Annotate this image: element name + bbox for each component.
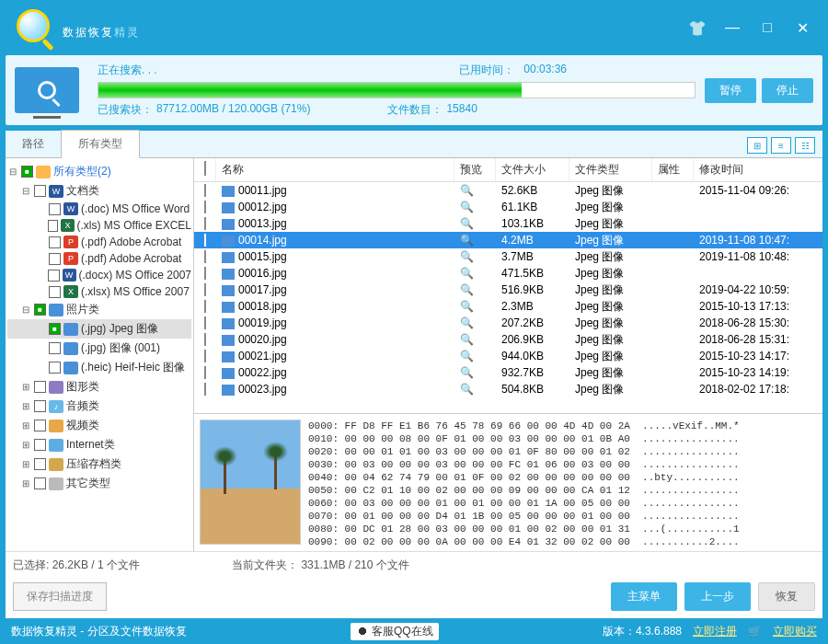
- tab-all-types[interactable]: 所有类型: [61, 130, 140, 158]
- file-row[interactable]: 00019.jpg 🔍 207.2KB Jpeg 图像 2018-06-28 1…: [194, 315, 822, 331]
- tree-root[interactable]: ⊟所有类型(2): [7, 162, 191, 181]
- file-row[interactable]: 00013.jpg 🔍 103.1KB Jpeg 图像: [194, 215, 822, 232]
- file-checkbox[interactable]: [204, 383, 206, 396]
- tree-video[interactable]: ⊞视频类: [7, 416, 191, 435]
- file-checkbox[interactable]: [204, 333, 206, 346]
- col-preview[interactable]: 预览: [454, 158, 496, 181]
- file-checkbox[interactable]: [204, 300, 206, 313]
- file-row[interactable]: 00012.jpg 🔍 61.1KB Jpeg 图像: [194, 199, 822, 215]
- preview-icon[interactable]: 🔍: [460, 350, 474, 362]
- col-name[interactable]: 名称: [216, 158, 454, 181]
- col-attr[interactable]: 属性: [652, 158, 694, 181]
- file-row[interactable]: 00021.jpg 🔍 944.0KB Jpeg 图像 2015-10-23 1…: [194, 348, 822, 364]
- preview-icon[interactable]: 🔍: [460, 234, 474, 247]
- file-checkbox[interactable]: [204, 350, 206, 362]
- file-row[interactable]: 00022.jpg 🔍 932.7KB Jpeg 图像 2015-10-23 1…: [194, 364, 822, 381]
- file-row[interactable]: 00020.jpg 🔍 206.9KB Jpeg 图像 2018-06-28 1…: [194, 331, 822, 348]
- preview-icon[interactable]: 🔍: [460, 366, 474, 379]
- file-checkbox[interactable]: [204, 366, 206, 379]
- file-row[interactable]: 00014.jpg 🔍 4.2MB Jpeg 图像 2019-11-08 10:…: [194, 232, 822, 248]
- file-checkbox[interactable]: [204, 234, 206, 247]
- file-row[interactable]: 00016.jpg 🔍 471.5KB Jpeg 图像: [194, 265, 822, 282]
- file-checkbox[interactable]: [204, 250, 206, 263]
- tree-internet[interactable]: ⊞Internet类: [7, 435, 191, 454]
- pause-button[interactable]: 暂停: [705, 78, 756, 103]
- file-list[interactable]: 00011.jpg 🔍 52.6KB Jpeg 图像 2015-11-04 09…: [194, 182, 822, 413]
- file-icon: [222, 219, 235, 230]
- register-link[interactable]: 立即注册: [693, 624, 737, 639]
- preview-icon[interactable]: 🔍: [460, 283, 474, 296]
- view-list-button[interactable]: ≡: [771, 137, 791, 154]
- file-count-label: 文件数目：: [387, 102, 443, 118]
- tab-path[interactable]: 路径: [6, 131, 61, 157]
- tree-jpg2[interactable]: (.jpg) 图像 (001): [7, 339, 191, 358]
- close-button[interactable]: ✕: [793, 19, 811, 37]
- file-checkbox[interactable]: [204, 217, 206, 230]
- file-checkbox[interactable]: [204, 201, 206, 213]
- tree-xls[interactable]: X(.xls) MS Office EXCEL: [7, 217, 191, 234]
- tree-photos[interactable]: ⊟照片类: [7, 300, 191, 319]
- preview-icon[interactable]: 🔍: [460, 250, 474, 263]
- searching-label: 正在搜索. . .: [98, 63, 157, 78]
- status-bar: 已选择: 26.2KB / 1 个文件 当前文件夹： 331.1MB / 210…: [6, 551, 822, 579]
- skin-icon[interactable]: 👕: [688, 19, 707, 37]
- qq-support-button[interactable]: 客服QQ在线: [351, 623, 439, 640]
- stop-button[interactable]: 停止: [762, 78, 813, 103]
- tree-shapes[interactable]: ⊞图形类: [7, 377, 191, 397]
- file-checkbox[interactable]: [204, 316, 206, 329]
- minimize-button[interactable]: —: [723, 19, 742, 37]
- preview-icon[interactable]: 🔍: [460, 267, 474, 280]
- type-tree[interactable]: ⊟所有类型(2) ⊟W文档类 W(.doc) MS Office Word X(…: [6, 158, 194, 551]
- tree-docs[interactable]: ⊟W文档类: [7, 181, 191, 201]
- footer: 数据恢复精灵 - 分区及文件数据恢复 客服QQ在线 版本：4.3.6.888 立…: [0, 618, 828, 644]
- recover-button[interactable]: 恢复: [758, 582, 815, 611]
- file-row[interactable]: 00023.jpg 🔍 504.8KB Jpeg 图像 2018-02-02 1…: [194, 381, 822, 397]
- tree-pdf[interactable]: P(.pdf) Adobe Acrobat: [7, 234, 191, 250]
- save-progress-button[interactable]: 保存扫描进度: [13, 582, 107, 611]
- tree-audio[interactable]: ⊞♪音频类: [7, 397, 191, 416]
- preview-icon[interactable]: 🔍: [460, 217, 474, 230]
- col-mtime[interactable]: 修改时间: [694, 158, 822, 181]
- maximize-button[interactable]: □: [758, 19, 776, 37]
- tree-docx[interactable]: W(.docx) MS Office 2007: [7, 267, 191, 283]
- tree-jpg[interactable]: (.jpg) Jpeg 图像: [7, 319, 191, 339]
- preview-icon[interactable]: 🔍: [460, 333, 474, 346]
- file-row[interactable]: 00017.jpg 🔍 516.9KB Jpeg 图像 2019-04-22 1…: [194, 282, 822, 298]
- prev-button[interactable]: 上一步: [684, 582, 751, 611]
- footer-title: 数据恢复精灵 - 分区及文件数据恢复: [11, 624, 187, 639]
- file-icon: [222, 302, 235, 313]
- select-all-checkbox[interactable]: [204, 161, 206, 176]
- preview-icon[interactable]: 🔍: [460, 316, 474, 329]
- tree-heic[interactable]: (.heic) Heif-Heic 图像: [7, 358, 191, 377]
- file-list-header: 名称 预览 文件大小 文件类型 属性 修改时间: [194, 158, 822, 182]
- preview-icon[interactable]: 🔍: [460, 300, 474, 313]
- tree-archive[interactable]: ⊞压缩存档类: [7, 454, 191, 474]
- elapsed-value: 00:03:36: [523, 63, 567, 78]
- view-details-button[interactable]: ☷: [795, 137, 815, 154]
- preview-icon[interactable]: 🔍: [460, 383, 474, 396]
- file-icon: [222, 285, 235, 296]
- tree-xlsx[interactable]: X(.xlsx) MS Office 2007: [7, 283, 191, 300]
- file-row[interactable]: 00018.jpg 🔍 2.3MB Jpeg 图像 2015-10-13 17:…: [194, 298, 822, 315]
- file-checkbox[interactable]: [204, 283, 206, 296]
- tree-pdf2[interactable]: P(.pdf) Adobe Acrobat: [7, 250, 191, 267]
- tree-other[interactable]: ⊞其它类型: [7, 474, 191, 493]
- file-checkbox[interactable]: [204, 267, 206, 280]
- preview-icon[interactable]: 🔍: [460, 184, 474, 197]
- tree-doc[interactable]: W(.doc) MS Office Word: [7, 201, 191, 217]
- titlebar: 数据恢复精灵 👕 — □ ✕: [0, 0, 828, 55]
- cart-icon: 🛒: [748, 625, 762, 638]
- file-row[interactable]: 00015.jpg 🔍 3.7MB Jpeg 图像 2019-11-08 10:…: [194, 248, 822, 265]
- main-menu-button[interactable]: 主菜单: [611, 582, 677, 611]
- searched-label: 已搜索块：: [98, 102, 153, 118]
- preview-icon[interactable]: 🔍: [460, 201, 474, 213]
- view-icons-button[interactable]: ⊞: [747, 137, 767, 154]
- elapsed-label: 已用时间：: [459, 63, 514, 78]
- file-icon: [222, 351, 235, 362]
- buy-link[interactable]: 立即购买: [773, 624, 817, 639]
- file-icon: [222, 385, 235, 396]
- file-checkbox[interactable]: [204, 184, 206, 197]
- file-row[interactable]: 00011.jpg 🔍 52.6KB Jpeg 图像 2015-11-04 09…: [194, 182, 822, 199]
- col-type[interactable]: 文件类型: [569, 158, 652, 181]
- col-size[interactable]: 文件大小: [496, 158, 569, 181]
